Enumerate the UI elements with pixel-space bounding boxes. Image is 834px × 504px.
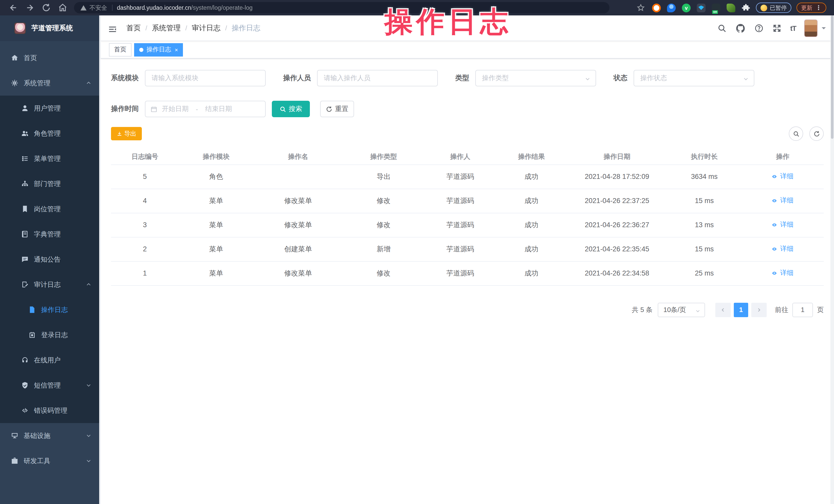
bookmark-star-icon[interactable] (637, 4, 645, 12)
sidebar-item-role[interactable]: 角色管理 (0, 121, 101, 146)
sidebar-item-label: 审计日志 (34, 280, 61, 289)
extension-green-v-icon[interactable]: v (682, 3, 690, 12)
sidebar-logo-row[interactable]: 芋道管理系统 (0, 16, 101, 41)
navbar-actions: tT (709, 19, 826, 37)
cell-type: 修改 (343, 189, 425, 213)
detail-link[interactable]: 详细 (772, 172, 793, 181)
search-icon[interactable] (717, 23, 727, 32)
prev-page-button[interactable] (715, 303, 731, 317)
breadcrumb-item[interactable]: 首页 (126, 23, 141, 32)
close-icon[interactable]: × (175, 46, 178, 53)
breadcrumb-item[interactable]: 审计日志 (192, 23, 221, 32)
address-bar[interactable]: 不安全 dashboard.yudao.iocoder.cn /system/l… (74, 2, 610, 13)
sidebar-item-infra[interactable]: 基础设施 (0, 423, 101, 448)
sidebar-item-online[interactable]: 在线用户 (0, 348, 101, 373)
cell-id: 4 (111, 189, 179, 213)
extension-leaf-icon[interactable] (727, 3, 736, 12)
update-button[interactable]: 更新 ⋮ (796, 3, 826, 13)
extension-pin-icon[interactable] (667, 3, 676, 12)
type-select[interactable]: 操作类型 (475, 70, 596, 86)
browser-home-icon[interactable] (58, 3, 67, 12)
sidebar-item-audit[interactable]: 审计日志 (0, 272, 101, 297)
table-column-header: 日志编号 (111, 149, 179, 165)
detail-link[interactable]: 详细 (772, 268, 793, 278)
date-range-picker[interactable]: 开始日期 - 结束日期 (145, 101, 266, 117)
module-input[interactable]: 请输入系统模块 (145, 70, 266, 86)
sidebar-item-dict[interactable]: 字典管理 (0, 222, 101, 247)
sidebar-item-operate-log[interactable]: 操作日志 (0, 297, 101, 322)
sidebar-item-login-log[interactable]: 登录日志 (0, 322, 101, 348)
profile-paused-pill[interactable]: 已暂停 (756, 3, 791, 13)
table-row: 5角色导出芋道源码成功2021-04-28 17:52:093634 ms详细 (111, 165, 824, 189)
font-size-icon[interactable]: tT (790, 24, 796, 32)
cell-result: 成功 (496, 189, 567, 213)
current-page-button[interactable]: 1 (734, 303, 748, 317)
breadcrumb-item[interactable]: 系统管理 (152, 23, 181, 32)
operate-log-table: 日志编号操作模块操作名操作类型操作人操作结果操作日期执行时长操作 5角色导出芋道… (111, 149, 824, 286)
sidebar-item-menu[interactable]: 菜单管理 (0, 146, 101, 171)
extensions-puzzle-icon[interactable] (742, 3, 750, 12)
cell-result: 成功 (496, 165, 567, 189)
emoji-avatar-icon (761, 4, 767, 11)
table-column-header: 操作人 (425, 149, 496, 165)
window-scrollbar[interactable] (830, 16, 834, 504)
browser-forward-icon[interactable] (25, 3, 35, 12)
operator-input[interactable]: 请输入操作人员 (317, 70, 438, 86)
sidebar-item-label: 部门管理 (34, 179, 61, 189)
extension-dark-on-icon[interactable]: on (712, 3, 720, 12)
breadcrumb-separator: / (146, 24, 147, 32)
tag-首页[interactable]: 首页 (109, 43, 132, 56)
table-column-header: 操作结果 (496, 149, 567, 165)
search-button[interactable]: 搜索 (272, 101, 310, 117)
browser-back-icon[interactable] (9, 3, 18, 12)
extension-gem-icon[interactable] (697, 3, 705, 12)
fullscreen-icon[interactable] (772, 23, 782, 32)
sidebar-item-errcode[interactable]: 错误码管理 (0, 398, 101, 423)
github-icon[interactable] (736, 23, 746, 33)
tag-操作日志[interactable]: 操作日志× (134, 43, 183, 56)
table-column-header: 操作名 (254, 149, 343, 165)
cell-type: 导出 (343, 165, 425, 189)
browser-reload-icon[interactable] (42, 3, 51, 12)
next-page-button[interactable] (751, 303, 767, 317)
detail-link[interactable]: 详细 (772, 244, 793, 254)
pagination: 共 5 条 10条/页 1 前往 1 页 (111, 303, 824, 317)
eye-icon (772, 173, 778, 180)
extension-on-badge: on (712, 10, 718, 14)
hamburger-icon[interactable] (108, 24, 117, 31)
status-label: 状态 (614, 73, 628, 83)
table-column-header: 操作模块 (179, 149, 254, 165)
cell-duration: 15 ms (667, 237, 742, 261)
scrollbar-thumb[interactable] (831, 16, 833, 139)
sidebar-item-dept[interactable]: 部门管理 (0, 171, 101, 196)
extension-orange-icon[interactable] (652, 3, 661, 12)
sidebar-item-user[interactable]: 用户管理 (0, 95, 101, 121)
operate-log-icon (28, 306, 36, 313)
page-size-select[interactable]: 10条/页 (658, 303, 705, 317)
cell-date: 2021-04-28 17:52:09 (567, 165, 667, 189)
range-separator: - (196, 105, 198, 113)
operator-label: 操作人员 (283, 73, 311, 83)
user-avatar[interactable] (804, 19, 817, 37)
detail-link[interactable]: 详细 (772, 220, 793, 229)
goto-page-input[interactable]: 1 (792, 303, 813, 317)
sidebar-item-devtools[interactable]: 研发工具 (0, 448, 101, 474)
browser-menu-kebab-icon[interactable]: ⋮ (815, 4, 822, 11)
sidebar-item-home[interactable]: 首页 (0, 45, 101, 70)
cell-name: 修改菜单 (254, 213, 343, 237)
detail-link[interactable]: 详细 (772, 196, 793, 205)
sidebar-item-notice[interactable]: 通知公告 (0, 247, 101, 272)
sidebar-item-system[interactable]: 系统管理 (0, 70, 101, 95)
sidebar-item-post[interactable]: 岗位管理 (0, 196, 101, 222)
help-icon[interactable] (754, 23, 764, 32)
avatar-caret-icon[interactable] (822, 27, 826, 31)
sidebar-item-sms[interactable]: 短信管理 (0, 373, 101, 398)
export-button[interactable]: 导出 (111, 127, 142, 140)
cell-operator: 芋道源码 (425, 189, 496, 213)
reset-button[interactable]: 重置 (320, 101, 354, 117)
dictionary-icon (21, 230, 29, 238)
tags-view-bar: 首页操作日志× (101, 41, 834, 59)
toggle-search-button[interactable] (789, 127, 803, 141)
refresh-table-button[interactable] (809, 127, 824, 141)
status-select[interactable]: 操作状态 (634, 70, 754, 86)
